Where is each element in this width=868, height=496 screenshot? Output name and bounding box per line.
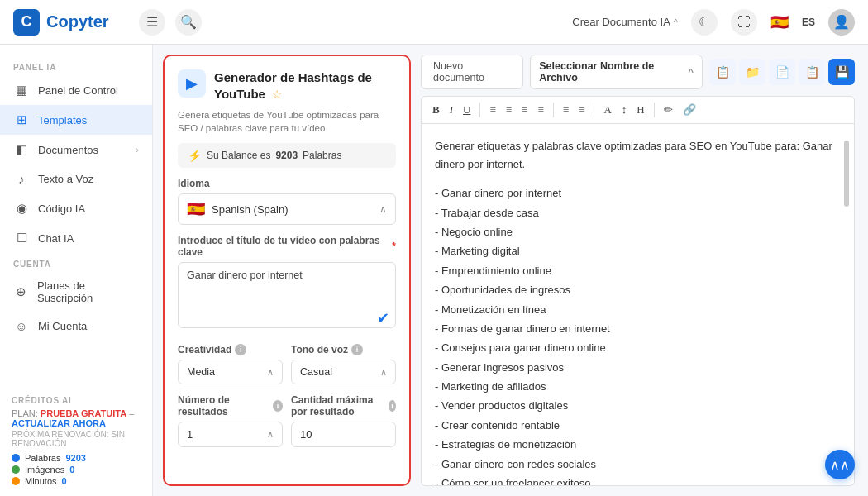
save-button[interactable]: 💾 [828, 59, 855, 85]
folder-button[interactable]: 📁 [739, 59, 765, 85]
heading-button[interactable]: H [632, 101, 648, 119]
plan-line: PLAN: PRUEBA GRATUITA – ACTUALIZAR AHORA [12, 408, 141, 428]
app-logo: C Copyter [13, 9, 129, 36]
tono-info-icon[interactable]: i [351, 344, 363, 355]
imagenes-count: 0 [69, 465, 74, 475]
language-select[interactable]: 🇪🇸 Spanish (Spain) ∧ [178, 193, 396, 225]
titulo-input[interactable]: Ganar dinero por internet [178, 262, 396, 328]
sidebar-item-documentos[interactable]: ◧ Documentos › [0, 135, 152, 165]
lightning-icon: ⚡ [188, 149, 202, 162]
tono-select[interactable]: Casual ∧ [291, 360, 396, 384]
scrollbar-thumb[interactable] [844, 141, 849, 207]
sidebar-item-templates[interactable]: ⊞ Templates [0, 105, 152, 135]
sidebar-item-label: Código IA [38, 203, 85, 215]
renewal-line: PRÓXIMA RENOVACIÓN: SIN RENOVACIÓN [12, 430, 141, 448]
list-button[interactable]: ≡ [559, 101, 573, 119]
creatividad-tono-row: Creatividad i Media ∧ Tono de voz i Casu… [178, 344, 396, 384]
font-color-button[interactable]: A [599, 101, 615, 119]
toolbar-divider-4 [654, 103, 655, 117]
list-item: - Marketing de afiliados [435, 377, 841, 396]
list-item: - Generar ingresos pasivos [435, 358, 841, 377]
lang-name: Spanish (Spain) [212, 203, 289, 216]
credit-row-imagenes: Imágenes 0 [12, 465, 141, 475]
list-item: - Ganar dinero por internet [435, 184, 841, 203]
minutos-count: 0 [62, 476, 67, 486]
toolbar-divider [479, 103, 480, 117]
num-results-input[interactable]: 1 ∧ [178, 422, 283, 447]
topbar-right: Crear Documento IA ^ ☾ ⛶ 🇪🇸 ES 👤 [572, 9, 855, 36]
document-icon: ◧ [13, 142, 30, 157]
doc-button[interactable]: 📄 [769, 59, 795, 85]
editor-panel: Nuevo documento Seleccionar Nombre de Ar… [411, 45, 868, 496]
sidebar-item-planes[interactable]: ⊕ Planes de Suscripción [0, 272, 152, 312]
creatividad-select[interactable]: Media ∧ [178, 360, 283, 384]
sidebar-item-label: Texto a Voz [38, 173, 93, 185]
align-center-button[interactable]: ≡ [502, 101, 516, 119]
new-document-tab[interactable]: Nuevo documento [421, 55, 523, 89]
copy-button[interactable]: 📋 [709, 59, 736, 85]
crear-documento-label[interactable]: Crear Documento IA ^ [572, 16, 678, 28]
chat-icon: ☐ [13, 231, 30, 246]
plan-name: PRUEBA GRATUITA [41, 408, 126, 418]
sidebar-item-mi-cuenta[interactable]: ☺ Mi Cuenta [0, 312, 152, 341]
spain-flag-icon: 🇪🇸 [187, 200, 205, 218]
pen-button[interactable]: ✏ [660, 101, 677, 119]
creatividad-label: Creatividad i [178, 344, 283, 355]
editor-toolbar: B I U ≡ ≡ ≡ ≡ ≡ ≡ A ↕ H ✏ 🔗 [421, 96, 855, 124]
form-icon: ▶ [178, 69, 206, 98]
max-qty-label: Cantidad máxima por resultado i [291, 394, 396, 417]
star-icon[interactable]: ☆ [272, 88, 283, 101]
list-item: - Monetización en línea [435, 300, 841, 319]
list-item: - Marketing digital [435, 241, 841, 260]
sidebar-section-panel: PANEL IA [0, 56, 152, 75]
palabras-count: 9203 [65, 453, 85, 463]
select-chevron-icon: ^ [689, 67, 694, 77]
app-name: Copyter [46, 12, 109, 31]
link-button[interactable]: 🔗 [679, 101, 700, 119]
upgrade-link[interactable]: ACTUALIZAR AHORA [12, 418, 106, 428]
line-height-button[interactable]: ↕ [618, 101, 632, 119]
editor-content[interactable]: Generar etiquetas y palabras clave optim… [421, 124, 855, 486]
moon-button[interactable]: ☾ [691, 9, 718, 36]
justify-button[interactable]: ≡ [533, 101, 547, 119]
align-left-button[interactable]: ≡ [485, 101, 499, 119]
creatividad-info-icon[interactable]: i [235, 344, 246, 355]
sidebar-item-chat-ia[interactable]: ☐ Chat IA [0, 223, 152, 253]
chevron-up-icon: ∧ [267, 429, 274, 440]
creatividad-col: Creatividad i Media ∧ [178, 344, 283, 384]
file-name-select[interactable]: Seleccionar Nombre de Archivo ^ [530, 55, 703, 89]
user-avatar[interactable]: 👤 [828, 9, 855, 36]
italic-button[interactable]: I [446, 101, 457, 119]
expand-button[interactable]: ⛶ [731, 9, 757, 36]
logo-box: C [13, 9, 40, 36]
sidebar-item-codigo-ia[interactable]: ◉ Código IA [0, 193, 152, 223]
list-item: - Consejos para ganar dinero online [435, 338, 841, 357]
max-qty-input[interactable]: 10 [291, 422, 396, 447]
list-item: - Crear contenido rentable [435, 416, 841, 435]
num-results-info-icon[interactable]: i [273, 400, 283, 412]
scroll-up-button[interactable]: ∧∧ [825, 450, 855, 479]
align-right-button[interactable]: ≡ [517, 101, 532, 119]
list-item: - Negocio online [435, 222, 841, 241]
sidebar-item-label: Templates [38, 114, 87, 126]
account-icon: ☺ [13, 319, 30, 333]
underline-button[interactable]: U [459, 101, 475, 119]
sidebar-item-texto-voz[interactable]: ♪ Texto a Voz [0, 165, 152, 193]
hamburger-button[interactable]: ☰ [139, 9, 165, 36]
sidebar-item-panel-control[interactable]: ▦ Panel de Control [0, 75, 152, 105]
minutos-dot [12, 477, 20, 485]
paste-button[interactable]: 📋 [799, 59, 825, 85]
bold-button[interactable]: B [428, 101, 444, 119]
form-description: Genera etiquetas de YouTube optimizadas … [178, 108, 396, 135]
search-button[interactable]: 🔍 [175, 9, 202, 36]
sidebar-section-account: CUENTA [0, 253, 152, 272]
lang-left: 🇪🇸 Spanish (Spain) [187, 200, 289, 218]
chevron-down-icon: ∧ [267, 367, 274, 378]
sidebar-item-label: Panel de Control [38, 84, 118, 97]
idioma-label: Idioma [178, 178, 396, 189]
ordered-list-button[interactable]: ≡ [575, 101, 589, 119]
audio-icon: ♪ [13, 172, 30, 186]
max-qty-info-icon[interactable]: i [389, 400, 396, 412]
tono-label: Tono de voz i [291, 344, 396, 355]
main-layout: PANEL IA ▦ Panel de Control ⊞ Templates … [0, 45, 868, 496]
